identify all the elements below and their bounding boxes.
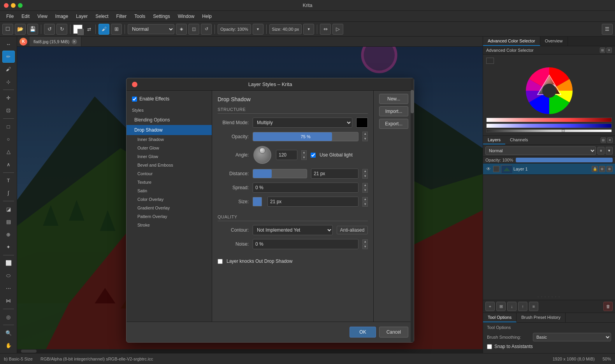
tool-assistant[interactable]: ◎ <box>2 311 15 323</box>
spread-up[interactable]: ▲ <box>362 183 368 188</box>
minimize-window-button[interactable] <box>11 3 16 8</box>
erase-button[interactable]: ◈ <box>176 24 187 35</box>
blend-color-swatch[interactable] <box>356 118 368 128</box>
noise-up[interactable]: ▲ <box>362 239 368 244</box>
use-global-light-checkbox[interactable] <box>311 153 316 158</box>
angle-up[interactable]: ▲ <box>301 150 307 155</box>
size-control[interactable]: Size: 40,00 px <box>269 24 302 34</box>
cancel-button[interactable]: Cancel <box>379 327 408 338</box>
channels-sub-tab[interactable]: Channels <box>505 136 532 144</box>
tool-freehand-select[interactable]: ⊹ <box>2 76 15 88</box>
snap-to-assistants-checkbox[interactable] <box>487 344 492 349</box>
canvas-content[interactable]: Layer Styles – Krita Enable Effects <box>17 47 483 353</box>
panel-close-icon[interactable]: ✕ <box>606 47 612 53</box>
blending-options-item[interactable]: Blending Options <box>127 115 212 125</box>
opacity-slider-expand[interactable]: ▼ <box>253 24 264 35</box>
noise-down[interactable]: ▼ <box>362 244 368 249</box>
size-slider-expand[interactable]: ▼ <box>303 24 314 35</box>
foreground-color-button[interactable] <box>73 25 83 34</box>
value-strip[interactable] <box>486 129 612 132</box>
layer-blend-select[interactable]: Normal <box>485 146 596 155</box>
move-layer-up-button[interactable]: ↑ <box>518 302 527 311</box>
size-stepper[interactable]: ▲ ▼ <box>362 197 368 207</box>
layer-knocks-checkbox[interactable] <box>218 259 223 264</box>
open-document-button[interactable]: 📂 <box>15 24 26 35</box>
menu-tools[interactable]: Tools <box>131 12 148 20</box>
blend-mode-field-select[interactable]: Multiply Normal Multiply Screen <box>253 118 352 128</box>
layer-properties-button[interactable]: ≡ <box>529 302 538 311</box>
mirror-horizontal-button[interactable]: ⇔ <box>320 24 331 35</box>
maximize-window-button[interactable] <box>18 3 23 8</box>
brush-preset-history-tab[interactable]: Brush Preset History <box>517 313 566 322</box>
color-history-button[interactable] <box>486 58 494 64</box>
tool-rectangle[interactable]: □ <box>2 121 15 132</box>
layer-alpha-lock[interactable] <box>493 166 499 172</box>
distance-up[interactable]: ▲ <box>362 169 368 174</box>
angle-wheel[interactable] <box>253 145 272 165</box>
menu-settings[interactable]: Settings <box>150 12 173 20</box>
layer-row[interactable]: 👁 Layer 1 🔒 ⊕ ⊗ <box>483 164 615 175</box>
gradient-overlay-item[interactable]: Gradient Overlay <box>127 204 212 212</box>
outer-glow-item[interactable]: Outer Glow <box>127 144 212 152</box>
red-strip[interactable] <box>486 118 612 122</box>
tool-crop[interactable]: ⊡ <box>2 105 15 116</box>
wrap-button[interactable]: ↺ <box>201 24 212 35</box>
angle-stepper[interactable]: ▲ ▼ <box>301 150 307 160</box>
swap-colors-button[interactable]: ⇄ <box>87 26 93 32</box>
tool-fill[interactable]: ◪ <box>2 203 15 215</box>
enable-effects-checkbox[interactable] <box>132 97 137 102</box>
contour-select[interactable]: Not Implemented Yet <box>253 225 333 235</box>
angle-input[interactable] <box>276 150 297 160</box>
dialog-close-button[interactable] <box>132 82 137 87</box>
tool-polyline[interactable]: ∧ <box>2 158 15 170</box>
noise-stepper[interactable]: ▲ ▼ <box>362 239 368 249</box>
blend-mode-select[interactable]: Normal Multiply Screen <box>128 24 174 34</box>
tool-calligraphy[interactable]: ∫ <box>2 187 15 199</box>
menu-filter[interactable]: Filter <box>113 12 130 20</box>
brush-preset-button[interactable]: 🖌 <box>98 24 109 35</box>
delete-layer-button[interactable]: 🗑 <box>603 302 613 311</box>
inner-shadow-item[interactable]: Inner Shadow <box>127 135 212 144</box>
texture-item[interactable]: Texture <box>127 178 212 186</box>
layers-close-icon[interactable]: ✕ <box>607 137 613 143</box>
menu-edit[interactable]: Edit <box>18 12 33 20</box>
tool-rect-select[interactable]: ⬜ <box>2 257 15 269</box>
canvas-tab[interactable]: flat8.jpg (15,9 MiB) ✕ <box>30 37 81 46</box>
tool-ellipse[interactable]: ○ <box>2 133 15 145</box>
layer-filter-2[interactable]: ▼ <box>606 147 613 155</box>
menu-image[interactable]: Image <box>52 12 71 20</box>
distance-value-display[interactable]: 21 px <box>311 169 358 179</box>
anti-aliased-button[interactable]: Anti-aliased <box>337 226 368 234</box>
brush-smoothing-select[interactable]: Basic None Basic Stabilizer <box>533 333 611 341</box>
layer-copy-btn[interactable]: ⊕ <box>599 166 605 172</box>
panel-settings-icon[interactable]: ⊞ <box>600 47 605 53</box>
layer-lock-btn[interactable]: 🔒 <box>592 166 598 172</box>
close-window-button[interactable] <box>4 3 9 8</box>
spread-value-display[interactable]: 0 % <box>253 183 358 193</box>
layer-visibility-icon[interactable]: 👁 <box>485 166 492 172</box>
layers-sub-tab[interactable]: Layers <box>483 136 505 144</box>
window-controls[interactable] <box>4 3 23 8</box>
menu-view[interactable]: View <box>34 12 51 20</box>
color-wheel[interactable] <box>524 65 575 116</box>
tool-polygon[interactable]: △ <box>2 146 15 158</box>
angle-down[interactable]: ▼ <box>301 155 307 160</box>
export-style-button[interactable]: Export... <box>379 119 408 129</box>
blue-strip[interactable] <box>486 123 612 128</box>
tool-smart-patch[interactable]: ✦ <box>2 241 15 253</box>
opacity-stepper[interactable]: ▲ ▼ <box>362 132 368 141</box>
spread-down[interactable]: ▼ <box>362 188 368 193</box>
angle-circle[interactable] <box>253 146 271 164</box>
opacity-slider[interactable]: 75 % <box>253 132 358 141</box>
undo-button[interactable]: ↺ <box>44 24 55 35</box>
tab-close-button[interactable]: ✕ <box>72 39 77 44</box>
tool-contiguous-select[interactable]: ⋯ <box>2 282 15 294</box>
new-style-button[interactable]: New... <box>379 94 408 104</box>
ok-button[interactable]: OK <box>350 327 376 338</box>
size-up[interactable]: ▲ <box>362 197 368 202</box>
distance-stepper[interactable]: ▲ ▼ <box>362 169 368 179</box>
menu-select[interactable]: Select <box>92 12 111 20</box>
opacity-up[interactable]: ▲ <box>362 132 368 136</box>
distance-down[interactable]: ▼ <box>362 174 368 179</box>
panel-toggle-button[interactable]: ☰ <box>602 24 613 35</box>
